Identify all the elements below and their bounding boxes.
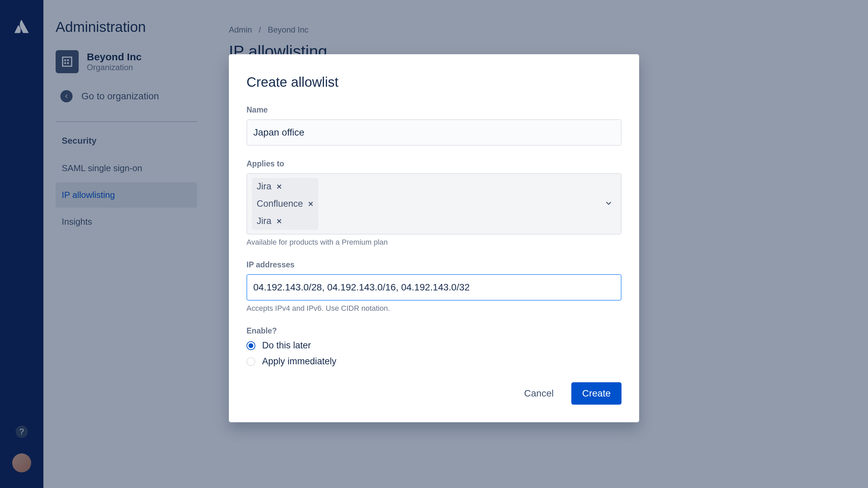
ip-addresses-input[interactable]: [246, 274, 622, 301]
applies-to-hint: Available for products with a Premium pl…: [246, 238, 622, 247]
tag-remove-icon[interactable]: ✕: [276, 217, 282, 225]
tag-jira: Jira✕: [252, 212, 318, 230]
applies-to-label: Applies to: [246, 159, 622, 168]
modal-title: Create allowlist: [246, 75, 622, 90]
create-button[interactable]: Create: [571, 382, 622, 405]
tag-remove-icon[interactable]: ✕: [276, 183, 282, 191]
name-input[interactable]: [246, 119, 622, 146]
modal-overlay[interactable]: Create allowlist Name Applies to Jira✕Co…: [0, 0, 868, 488]
tag-confluence: Confluence✕: [252, 195, 318, 212]
ip-addresses-label: IP addresses: [246, 260, 622, 269]
applies-to-select[interactable]: Jira✕Confluence✕Jira✕: [246, 173, 622, 235]
chevron-down-icon: [605, 199, 613, 209]
cancel-button[interactable]: Cancel: [513, 382, 565, 405]
create-allowlist-modal: Create allowlist Name Applies to Jira✕Co…: [229, 54, 639, 422]
tag-remove-icon[interactable]: ✕: [308, 200, 314, 208]
name-label: Name: [246, 105, 622, 115]
radio-icon: [246, 357, 255, 366]
enable-label: Enable?: [246, 326, 622, 336]
radio-apply-immediately[interactable]: Apply immediately: [246, 356, 622, 367]
tag-jira: Jira✕: [252, 178, 318, 195]
radio-do-this-later[interactable]: Do this later: [246, 340, 622, 351]
radio-icon: [246, 341, 255, 350]
ip-addresses-hint: Accepts IPv4 and IPv6. Use CIDR notation…: [246, 304, 622, 313]
